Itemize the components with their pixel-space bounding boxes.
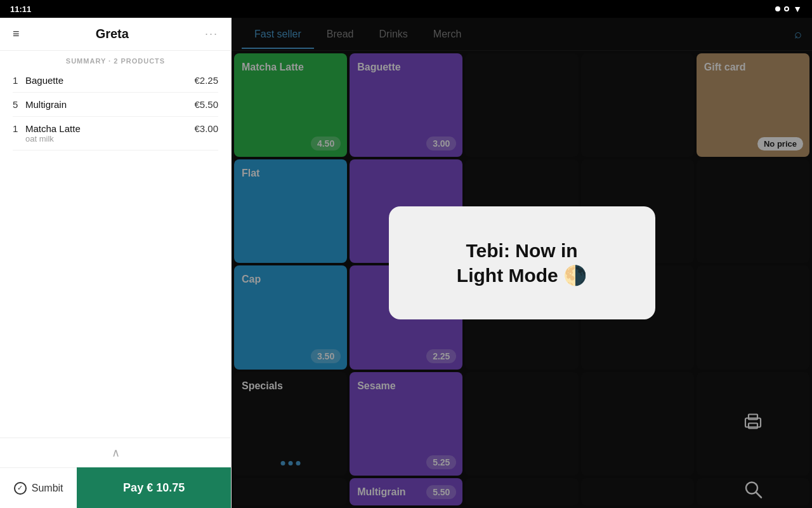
product-name: Flat <box>242 167 339 179</box>
item-price: €5.50 <box>194 99 218 110</box>
search-icon <box>743 480 763 504</box>
sumbit-button[interactable]: ✓ Sumbit <box>0 467 77 508</box>
pay-label: Pay € 10.75 <box>123 481 185 494</box>
sidebar-title: Greta <box>96 27 129 41</box>
status-bar: 11:11 ▼ <box>0 0 812 18</box>
product-name: Specials <box>242 380 339 392</box>
product-name: Baguette <box>357 61 455 73</box>
status-time: 11:11 <box>10 4 31 14</box>
order-items: 1 Baguette €2.25 5 Multigrain €5.50 1 Ma… <box>0 69 231 438</box>
order-item[interactable]: 1 Matcha Latte oat milk €3.00 <box>13 117 218 150</box>
product-cell <box>465 53 578 157</box>
wifi-icon: ▼ <box>793 4 802 14</box>
product-cell <box>465 372 578 476</box>
specials-dots <box>281 461 301 465</box>
sidebar-collapse-bar: ∧ <box>0 438 231 467</box>
summary-label: SUMMARY · 2 PRODUCTS <box>0 51 231 69</box>
product-cell <box>465 478 578 505</box>
product-name: Matcha Latte <box>242 61 339 73</box>
sidebar-footer: ✓ Sumbit Pay € 10.75 <box>0 467 231 508</box>
product-cell <box>581 372 694 476</box>
product-name: Gift card <box>704 61 802 73</box>
product-price: 3.50 <box>311 349 341 363</box>
product-cell <box>697 265 809 369</box>
order-item[interactable]: 5 Multigrain €5.50 <box>13 93 218 117</box>
tab-bread[interactable]: Bread <box>314 20 367 49</box>
right-panel: Fast seller Bread Drinks Merch ⌕ Matcha … <box>232 18 812 508</box>
tab-merch[interactable]: Merch <box>421 20 474 49</box>
item-price: €2.25 <box>194 75 218 86</box>
no-price-badge: No price <box>757 137 803 150</box>
tab-drinks[interactable]: Drinks <box>367 20 421 49</box>
sumbit-icon: ✓ <box>14 482 27 495</box>
order-item[interactable]: 1 Baguette €2.25 <box>13 69 218 93</box>
product-name: Sesame <box>357 380 455 392</box>
product-cell <box>234 478 347 505</box>
product-cell <box>697 159 809 263</box>
pay-button[interactable]: Pay € 10.75 <box>77 467 231 508</box>
sidebar: ≡ Greta ··· SUMMARY · 2 PRODUCTS 1 Bague… <box>0 18 232 508</box>
search-icon[interactable]: ⌕ <box>794 27 802 41</box>
print-icon <box>743 412 763 436</box>
product-cell[interactable]: Sesame5.25 <box>350 372 462 476</box>
product-cell[interactable]: Flat <box>234 159 347 263</box>
item-info: Multigrain <box>25 99 194 110</box>
item-qty: 1 <box>13 75 25 86</box>
product-cell <box>581 478 694 505</box>
item-info: Baguette <box>25 75 194 86</box>
signal-icon <box>775 6 780 11</box>
collapse-button[interactable]: ∧ <box>112 446 120 460</box>
product-price: 4.50 <box>311 137 341 150</box>
product-cell[interactable]: Gift cardNo price <box>697 53 809 157</box>
item-name: Matcha Latte <box>25 123 194 134</box>
product-cell <box>581 53 694 157</box>
product-cell <box>697 372 809 476</box>
product-cell[interactable]: Multigrain5.50 <box>350 478 462 505</box>
product-price: 3.00 <box>426 137 456 150</box>
signal-icon-2 <box>784 6 789 11</box>
item-info: Matcha Latte oat milk <box>25 123 194 144</box>
item-qty: 1 <box>13 123 25 134</box>
more-icon[interactable]: ··· <box>205 27 218 41</box>
product-price: 2.25 <box>426 349 456 363</box>
sumbit-label: Sumbit <box>32 483 63 494</box>
sidebar-header: ≡ Greta ··· <box>0 18 231 51</box>
svg-line-4 <box>756 493 761 498</box>
item-sub: oat milk <box>25 134 194 144</box>
status-indicators: ▼ <box>775 4 802 14</box>
product-cell: Specials <box>234 372 347 476</box>
tab-bar: Fast seller Bread Drinks Merch ⌕ <box>232 18 812 51</box>
app-body: ≡ Greta ··· SUMMARY · 2 PRODUCTS 1 Bague… <box>0 18 812 508</box>
product-price: 5.50 <box>426 485 456 499</box>
item-name: Multigrain <box>25 99 194 110</box>
modal-box[interactable]: Tebi: Now in Light Mode 🌗 <box>389 206 655 319</box>
product-cell <box>697 478 809 505</box>
modal-title: Tebi: Now in Light Mode 🌗 <box>427 238 617 288</box>
product-price: 5.25 <box>426 455 456 469</box>
product-cell[interactable]: Cap3.50 <box>234 265 347 369</box>
product-cell[interactable]: Baguette3.00 <box>350 53 462 157</box>
item-name: Baguette <box>25 75 194 86</box>
item-price: €3.00 <box>194 123 218 134</box>
hamburger-icon[interactable]: ≡ <box>13 27 20 41</box>
product-cell[interactable]: Matcha Latte4.50 <box>234 53 347 157</box>
tab-fast-seller[interactable]: Fast seller <box>242 20 314 49</box>
product-name: Cap <box>242 273 339 285</box>
item-qty: 5 <box>13 99 25 110</box>
